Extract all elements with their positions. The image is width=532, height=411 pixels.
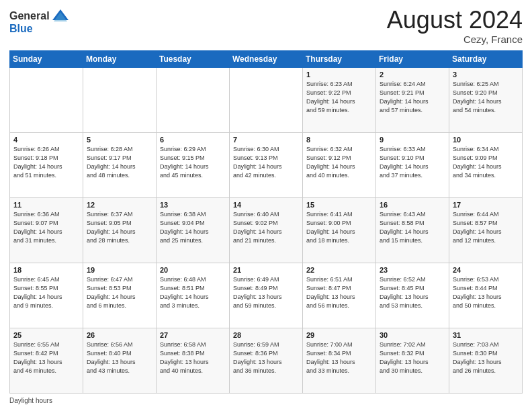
day-info: Sunrise: 6:40 AMSunset: 9:02 PMDaylight:… xyxy=(233,210,299,245)
day-cell: 29Sunrise: 7:00 AMSunset: 8:34 PMDayligh… xyxy=(303,328,376,393)
day-number: 21 xyxy=(233,266,299,274)
day-cell: 19Sunrise: 6:47 AMSunset: 8:53 PMDayligh… xyxy=(83,263,157,328)
day-info: Sunrise: 6:45 AMSunset: 8:55 PMDaylight:… xyxy=(13,275,79,310)
weekday-header-row: SundayMondayTuesdayWednesdayThursdayFrid… xyxy=(10,50,523,67)
footer: Daylight hours xyxy=(9,397,523,404)
day-info: Sunrise: 6:23 AMSunset: 9:22 PMDaylight:… xyxy=(306,80,372,115)
day-number: 24 xyxy=(453,266,519,274)
day-cell: 5Sunrise: 6:28 AMSunset: 9:17 PMDaylight… xyxy=(83,132,157,197)
day-cell: 21Sunrise: 6:49 AMSunset: 8:49 PMDayligh… xyxy=(230,263,303,328)
day-cell: 18Sunrise: 6:45 AMSunset: 8:55 PMDayligh… xyxy=(10,263,83,328)
daylight-label: Daylight hours xyxy=(9,397,52,404)
day-number: 11 xyxy=(13,201,79,209)
day-cell: 17Sunrise: 6:44 AMSunset: 8:57 PMDayligh… xyxy=(449,197,523,263)
day-number: 15 xyxy=(306,201,372,209)
day-info: Sunrise: 6:44 AMSunset: 8:57 PMDaylight:… xyxy=(453,210,519,245)
day-number: 22 xyxy=(306,266,372,274)
day-number: 25 xyxy=(13,331,79,339)
day-number: 30 xyxy=(380,331,445,339)
page: General Blue August 2024 Cezy, France Su… xyxy=(0,0,532,411)
day-info: Sunrise: 6:41 AMSunset: 9:00 PMDaylight:… xyxy=(306,210,372,245)
day-info: Sunrise: 6:48 AMSunset: 8:51 PMDaylight:… xyxy=(160,275,226,310)
day-info: Sunrise: 6:47 AMSunset: 8:53 PMDaylight:… xyxy=(87,275,152,310)
day-info: Sunrise: 6:59 AMSunset: 8:36 PMDaylight:… xyxy=(233,340,299,375)
day-number: 17 xyxy=(453,201,519,209)
day-info: Sunrise: 6:30 AMSunset: 9:13 PMDaylight:… xyxy=(233,145,299,180)
day-number: 19 xyxy=(87,266,152,274)
day-cell xyxy=(83,67,157,132)
weekday-header-tuesday: Tuesday xyxy=(157,50,230,67)
day-cell: 27Sunrise: 6:58 AMSunset: 8:38 PMDayligh… xyxy=(157,328,230,393)
day-number: 2 xyxy=(380,71,445,79)
day-info: Sunrise: 6:52 AMSunset: 8:45 PMDaylight:… xyxy=(380,275,445,310)
day-cell: 30Sunrise: 7:02 AMSunset: 8:32 PMDayligh… xyxy=(376,328,449,393)
week-row-5: 25Sunrise: 6:55 AMSunset: 8:42 PMDayligh… xyxy=(10,328,523,393)
weekday-header-wednesday: Wednesday xyxy=(230,50,303,67)
day-info: Sunrise: 6:29 AMSunset: 9:15 PMDaylight:… xyxy=(160,145,226,180)
day-info: Sunrise: 6:37 AMSunset: 9:05 PMDaylight:… xyxy=(87,210,152,245)
day-info: Sunrise: 6:25 AMSunset: 9:20 PMDaylight:… xyxy=(453,80,519,115)
day-cell: 14Sunrise: 6:40 AMSunset: 9:02 PMDayligh… xyxy=(230,197,303,263)
day-number: 20 xyxy=(160,266,226,274)
calendar-table: SundayMondayTuesdayWednesdayThursdayFrid… xyxy=(9,50,523,394)
day-cell: 9Sunrise: 6:33 AMSunset: 9:10 PMDaylight… xyxy=(376,132,449,197)
day-number: 12 xyxy=(87,201,152,209)
day-cell: 20Sunrise: 6:48 AMSunset: 8:51 PMDayligh… xyxy=(157,263,230,328)
week-row-2: 4Sunrise: 6:26 AMSunset: 9:18 PMDaylight… xyxy=(10,132,523,197)
day-cell: 23Sunrise: 6:52 AMSunset: 8:45 PMDayligh… xyxy=(376,263,449,328)
day-number: 8 xyxy=(306,136,372,144)
weekday-header-saturday: Saturday xyxy=(449,50,523,67)
day-info: Sunrise: 7:00 AMSunset: 8:34 PMDaylight:… xyxy=(306,340,372,375)
day-number: 16 xyxy=(380,201,445,209)
day-cell xyxy=(157,67,230,132)
day-number: 27 xyxy=(160,331,226,339)
day-number: 5 xyxy=(87,136,152,144)
month-year: August 2024 xyxy=(387,7,523,34)
day-info: Sunrise: 6:43 AMSunset: 8:58 PMDaylight:… xyxy=(380,210,445,245)
title-block: August 2024 Cezy, France xyxy=(387,7,523,45)
day-number: 18 xyxy=(13,266,79,274)
day-number: 7 xyxy=(233,136,299,144)
day-info: Sunrise: 6:33 AMSunset: 9:10 PMDaylight:… xyxy=(380,145,445,180)
day-info: Sunrise: 6:36 AMSunset: 9:07 PMDaylight:… xyxy=(13,210,79,245)
day-cell: 8Sunrise: 6:32 AMSunset: 9:12 PMDaylight… xyxy=(303,132,376,197)
week-row-3: 11Sunrise: 6:36 AMSunset: 9:07 PMDayligh… xyxy=(10,197,523,263)
day-cell: 1Sunrise: 6:23 AMSunset: 9:22 PMDaylight… xyxy=(303,67,376,132)
weekday-header-friday: Friday xyxy=(376,50,449,67)
day-cell: 7Sunrise: 6:30 AMSunset: 9:13 PMDaylight… xyxy=(230,132,303,197)
weekday-header-sunday: Sunday xyxy=(10,50,83,67)
day-cell: 2Sunrise: 6:24 AMSunset: 9:21 PMDaylight… xyxy=(376,67,449,132)
day-info: Sunrise: 6:53 AMSunset: 8:44 PMDaylight:… xyxy=(453,275,519,310)
day-info: Sunrise: 6:32 AMSunset: 9:12 PMDaylight:… xyxy=(306,145,372,180)
day-cell: 10Sunrise: 6:34 AMSunset: 9:09 PMDayligh… xyxy=(449,132,523,197)
header: General Blue August 2024 Cezy, France xyxy=(9,7,523,45)
day-cell: 25Sunrise: 6:55 AMSunset: 8:42 PMDayligh… xyxy=(10,328,83,393)
day-cell xyxy=(230,67,303,132)
day-number: 10 xyxy=(453,136,519,144)
day-number: 28 xyxy=(233,331,299,339)
day-number: 13 xyxy=(160,201,226,209)
day-number: 3 xyxy=(453,71,519,79)
day-info: Sunrise: 6:26 AMSunset: 9:18 PMDaylight:… xyxy=(13,145,79,180)
day-cell: 16Sunrise: 6:43 AMSunset: 8:58 PMDayligh… xyxy=(376,197,449,263)
day-cell: 22Sunrise: 6:51 AMSunset: 8:47 PMDayligh… xyxy=(303,263,376,328)
day-number: 1 xyxy=(306,71,372,79)
day-cell: 4Sunrise: 6:26 AMSunset: 9:18 PMDaylight… xyxy=(10,132,83,197)
day-info: Sunrise: 6:49 AMSunset: 8:49 PMDaylight:… xyxy=(233,275,299,310)
day-info: Sunrise: 6:56 AMSunset: 8:40 PMDaylight:… xyxy=(87,340,152,375)
day-info: Sunrise: 6:38 AMSunset: 9:04 PMDaylight:… xyxy=(160,210,226,245)
weekday-header-thursday: Thursday xyxy=(303,50,376,67)
day-info: Sunrise: 7:02 AMSunset: 8:32 PMDaylight:… xyxy=(380,340,445,375)
day-number: 14 xyxy=(233,201,299,209)
day-cell: 26Sunrise: 6:56 AMSunset: 8:40 PMDayligh… xyxy=(83,328,157,393)
day-number: 4 xyxy=(13,136,79,144)
logo-icon xyxy=(51,7,70,26)
day-cell: 31Sunrise: 7:03 AMSunset: 8:30 PMDayligh… xyxy=(449,328,523,393)
day-cell: 15Sunrise: 6:41 AMSunset: 9:00 PMDayligh… xyxy=(303,197,376,263)
day-cell: 13Sunrise: 6:38 AMSunset: 9:04 PMDayligh… xyxy=(157,197,230,263)
day-cell: 3Sunrise: 6:25 AMSunset: 9:20 PMDaylight… xyxy=(449,67,523,132)
week-row-1: 1Sunrise: 6:23 AMSunset: 9:22 PMDaylight… xyxy=(10,67,523,132)
weekday-header-monday: Monday xyxy=(83,50,157,67)
logo: General Blue xyxy=(9,7,70,35)
day-info: Sunrise: 6:28 AMSunset: 9:17 PMDaylight:… xyxy=(87,145,152,180)
